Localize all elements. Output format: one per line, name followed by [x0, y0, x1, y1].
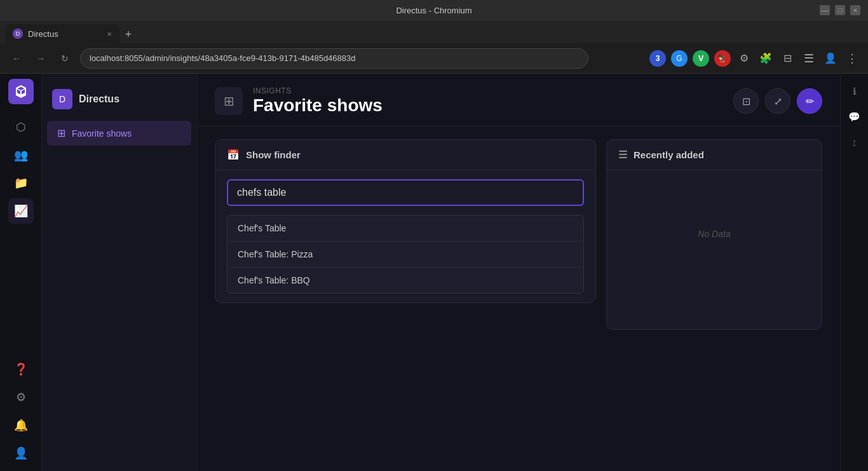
show-finder-title: Show finder — [246, 149, 301, 160]
result-chefs-table-bbq[interactable]: Chef's Table: BBQ — [227, 268, 583, 293]
sidebar-logo-text: Directus — [79, 93, 119, 105]
edit-button[interactable]: ✏ — [797, 88, 822, 114]
page-icon: ⊞ — [215, 87, 243, 115]
browser-title: Directus - Chromium — [396, 6, 471, 15]
directus-logo[interactable] — [8, 79, 34, 104]
ext-v-icon[interactable]: V — [693, 50, 709, 67]
result-chefs-table-pizza[interactable]: Chef's Table: Pizza — [227, 242, 583, 268]
page-header: ⊞ Insights Favorite shows ⊡ ⤢ ✏ — [197, 74, 840, 126]
page-title: Favorite shows — [253, 95, 383, 116]
ext-sidebar-icon[interactable]: ☰ — [801, 50, 817, 67]
active-tab[interactable]: D Directus × — [5, 24, 119, 43]
url-bar[interactable]: localhost:8055/admin/insights/48a3405a-f… — [80, 48, 588, 69]
sidebar-item-favorite-shows[interactable]: ⊞ Favorite shows — [47, 121, 191, 146]
rail-notifications-icon[interactable]: 🔔 — [8, 413, 34, 438]
rail-insights-icon[interactable]: 📈 — [8, 198, 34, 224]
show-finder-panel: 📅 Show finder Chef's Table Chef's Table:… — [215, 139, 596, 303]
browser-title-bar: Directus - Chromium — □ × — [0, 0, 868, 20]
rail-content-icon[interactable]: ⬡ — [8, 114, 34, 140]
panel-header-show-finder: 📅 Show finder — [215, 140, 595, 170]
sidebar-item-label: Favorite shows — [72, 128, 132, 139]
recently-added-icon: ☰ — [618, 149, 627, 161]
window-controls: — □ × — [820, 5, 860, 15]
close-button[interactable]: × — [850, 5, 860, 15]
sidebar: D Directus ⊞ Favorite shows — [42, 74, 197, 471]
minimize-button[interactable]: — — [820, 5, 830, 15]
rail-settings-icon[interactable]: ⚙ — [8, 385, 34, 410]
rail-users-icon[interactable]: 👥 — [8, 142, 34, 168]
breadcrumb: Insights — [253, 86, 383, 95]
tab-favicon: D — [13, 29, 23, 39]
ext-user-icon[interactable]: 👤 — [822, 50, 839, 67]
ext-puzzle-icon[interactable]: 🧩 — [757, 50, 774, 67]
address-bar: ← → ↻ localhost:8055/admin/insights/48a3… — [0, 43, 868, 74]
ext-menu-icon[interactable]: ⋮ — [844, 50, 860, 67]
comment-icon[interactable]: 💬 — [844, 107, 865, 127]
search-dropdown: Chef's Table Chef's Table: Pizza Chef's … — [227, 215, 584, 294]
recently-added-panel: ☰ Recently added No Data — [606, 139, 822, 330]
ext-g-icon[interactable]: G — [671, 50, 688, 67]
browser-extensions: 3 G V 🦅 ⚙ 🧩 ⊟ ☰ 👤 ⋮ — [649, 50, 860, 67]
page-header-left: ⊞ Insights Favorite shows — [215, 86, 383, 116]
info-icon[interactable]: ℹ — [844, 81, 865, 102]
dashboard-grid: 📅 Show finder Chef's Table Chef's Table:… — [197, 126, 840, 343]
sidebar-header: D Directus — [42, 84, 196, 119]
back-button[interactable]: ← — [8, 50, 25, 67]
ext-gear-icon[interactable]: ⚙ — [736, 50, 752, 67]
revisions-icon[interactable]: ↕ — [844, 132, 865, 153]
breadcrumb-area: Insights Favorite shows — [253, 86, 383, 116]
sidebar-logo: D — [52, 89, 72, 109]
reload-button[interactable]: ↻ — [56, 50, 74, 67]
tab-label: Directus — [28, 29, 58, 39]
forward-button[interactable]: → — [32, 50, 50, 67]
url-text: localhost:8055/admin/insights/48a3405a-f… — [90, 53, 356, 63]
no-data-label: No Data — [607, 170, 822, 297]
tab-bar: D Directus × + — [0, 20, 868, 43]
fullscreen-button[interactable]: ⤢ — [765, 88, 790, 114]
info-rail: ℹ 💬 ↕ — [840, 74, 868, 471]
icon-rail: ⬡ 👥 📁 📈 ❓ ⚙ 🔔 👤 — [0, 74, 42, 471]
rail-help-icon[interactable]: ❓ — [8, 357, 34, 382]
search-input-wrap — [215, 170, 595, 215]
result-chefs-table[interactable]: Chef's Table — [227, 215, 583, 242]
sidebar-item-icon: ⊞ — [57, 127, 65, 139]
ext-3-icon[interactable]: 3 — [649, 50, 666, 67]
recently-added-title: Recently added — [634, 149, 704, 160]
show-finder-icon: 📅 — [227, 149, 240, 161]
tab-close-button[interactable]: × — [107, 29, 112, 39]
new-tab-button[interactable]: + — [119, 25, 137, 43]
directus-logo-svg — [13, 84, 29, 99]
ext-profile-icon[interactable]: ⊟ — [779, 50, 796, 67]
maximize-button[interactable]: □ — [835, 5, 845, 15]
ext-r-icon[interactable]: 🦅 — [714, 50, 731, 67]
rail-profile-icon[interactable]: 👤 — [8, 440, 34, 466]
show-search-input[interactable] — [227, 179, 584, 206]
main-content: ⊞ Insights Favorite shows ⊡ ⤢ ✏ 📅 Show f… — [197, 74, 840, 471]
panel-header-recently-added: ☰ Recently added — [607, 140, 822, 170]
present-button[interactable]: ⊡ — [733, 88, 759, 114]
rail-files-icon[interactable]: 📁 — [8, 170, 34, 196]
app-layout: ⬡ 👥 📁 📈 ❓ ⚙ 🔔 👤 D Directus ⊞ Favorite sh… — [0, 74, 868, 471]
header-actions: ⊡ ⤢ ✏ — [733, 88, 822, 114]
